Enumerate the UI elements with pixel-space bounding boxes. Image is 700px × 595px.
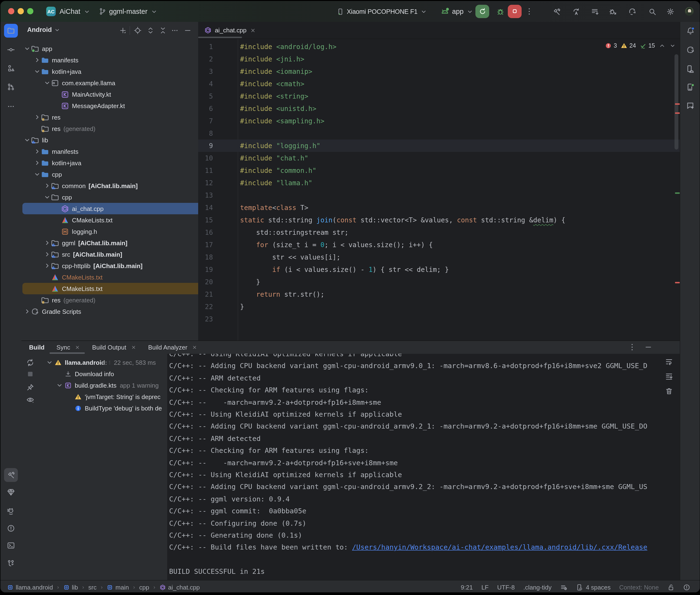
status-icon[interactable] [560,584,567,591]
build-tab-sync[interactable]: Sync [56,344,80,351]
debug-button[interactable] [494,5,506,18]
status-context-none[interactable]: Context: None [619,584,659,591]
close-tab-icon[interactable] [250,27,256,33]
build-hammer-button[interactable] [552,7,561,16]
rerun-button[interactable] [475,4,489,18]
settings-button[interactable] [666,7,675,16]
tree-item-cpp[interactable]: cpp [22,169,199,180]
project-view-selector[interactable]: Android [27,26,60,33]
inspections-widget[interactable]: 32415 [605,42,676,49]
console-link[interactable]: /Users/hanyin/Workspace/ai-chat/examples… [352,544,647,551]
build-tree-item[interactable]: Download info [56,368,167,379]
breadcrumb-ai-chat-cpp[interactable]: ai_chat.cpp [160,584,200,591]
tree-item-src[interactable]: src[AiChat.lib.main] [22,249,199,260]
tool-stripe-project-button[interactable] [4,24,18,38]
tool-stripe-structure-button[interactable] [4,61,18,75]
stop-button[interactable] [508,4,522,18]
add-button[interactable] [119,27,127,35]
tree-item-res[interactable]: res(generated) [22,123,199,134]
tool-stripe-app-insights-button[interactable] [4,485,18,499]
editor-tab-ai_chat[interactable]: ai_chat.cpp [200,22,260,38]
console-soft-wrap-button[interactable] [665,358,673,368]
tree-item-com-example-llama[interactable]: com.example.llama [22,77,199,89]
build-tree-item[interactable]: BuildType 'debug' is both de [66,402,167,414]
build-tab-build-analyzer[interactable]: Build Analyzer [148,344,197,351]
project-selector[interactable]: AiChat [60,1,90,22]
breadcrumb-llama-android[interactable]: llama.android [7,584,53,591]
build-tree-item[interactable]: build.gradle.ktsapp 1 warning [56,379,167,391]
tree-item-gradle-scripts[interactable]: Gradle Scripts [22,306,199,317]
tree-item-logging-h[interactable]: logging.h [22,226,199,237]
editor-scrollbar[interactable] [674,54,678,149]
status-utf-8[interactable]: UTF-8 [497,584,515,591]
inspections-errors[interactable]: 3 [605,42,617,49]
debug-attach-button[interactable] [608,7,617,16]
more-button[interactable] [171,27,179,35]
tree-item-cmakelists-txt[interactable]: CMakeLists.txt [22,214,199,226]
build-eye-button[interactable] [26,396,35,404]
tree-item-manifests[interactable]: manifests [22,54,199,66]
tree-item-mainactivity-kt[interactable]: MainActivity.kt [22,89,199,100]
breadcrumb-main[interactable]: main [107,584,129,591]
tool-stripe-notifications-button[interactable] [683,24,697,38]
build-tab-build-output[interactable]: Build Output [92,344,136,351]
tree-item-cmakelists-txt[interactable]: CMakeLists.txt [22,283,199,294]
locate-button[interactable] [134,27,142,35]
close-tab-icon[interactable] [192,345,197,350]
status-icon[interactable] [683,584,690,591]
tool-stripe-running-devices-button[interactable] [683,80,697,94]
tree-item-ai-chat-cpp[interactable]: ai_chat.cpp [22,203,199,214]
tool-stripe-more-button[interactable] [4,100,18,113]
tree-item-ggml[interactable]: ggml[AiChat.lib.main] [22,237,199,249]
tool-stripe-pull-requests-button[interactable] [4,80,18,94]
tool-stripe-problems-button[interactable] [4,521,18,535]
branch-selector[interactable]: ggml-master [99,1,158,22]
build-tree-item[interactable]: 'jvmTarget: String' is deprec [66,391,167,402]
tool-stripe-gradle-button[interactable] [683,43,697,57]
tool-stripe-version-control-button[interactable] [4,557,18,570]
close-window-button[interactable] [8,8,14,14]
breadcrumb-lib[interactable]: lib [63,584,78,591]
build-tree-item[interactable]: llama.android: finished22 sec, 583 ms [46,357,167,368]
tree-item-messageadapter-kt[interactable]: MessageAdapter.kt [22,100,199,111]
tree-item-kotlin-java[interactable]: kotlin+java [22,66,199,77]
build-more-button[interactable] [627,342,637,352]
tree-item-app[interactable]: app [22,43,199,54]
tree-item-cmakelists-txt[interactable]: CMakeLists.txt [22,272,199,283]
hide-button[interactable] [184,27,192,35]
build-refresh-button[interactable] [26,359,35,367]
tree-item-res[interactable]: res [22,111,199,123]
console-scroll-end-button[interactable] [665,372,673,382]
tree-item-kotlin-java[interactable]: kotlin+java [22,157,199,169]
build-hide-button[interactable] [644,342,653,352]
tree-item-manifests[interactable]: manifests [22,146,199,157]
tool-stripe-terminal-button[interactable] [4,539,18,552]
tree-item-lib[interactable]: lib [22,134,199,146]
build-stop-square-button[interactable] [26,370,35,378]
close-tab-icon[interactable] [131,345,136,350]
inspections-passed[interactable]: 15 [640,42,655,49]
tool-stripe-gemini-button[interactable] [683,98,697,112]
code-editor[interactable]: 1#include <android/log.h>2#include <jni.… [198,39,680,340]
status-4-spaces[interactable]: 4 spaces [576,584,611,591]
breadcrumb-src[interactable]: src [88,584,97,591]
tool-stripe-device-manager-button[interactable] [683,62,697,76]
tree-item-res[interactable]: res(generated) [22,294,199,306]
tool-stripe-build-hammer-button[interactable] [4,468,18,482]
run-config-selector[interactable]: app [441,1,474,22]
build-console[interactable]: C/C++: -- Using KleidiAI optimized kerne… [167,354,680,580]
tool-stripe-commit-button[interactable] [4,43,18,57]
breadcrumb-cpp[interactable]: cpp [139,584,149,591]
tree-item-cpp[interactable]: cpp [22,192,199,203]
console-trash-button[interactable] [665,387,673,397]
minimize-window-button[interactable] [18,8,24,14]
todo-list-button[interactable] [590,7,599,16]
tree-item-cpp-httplib[interactable]: cpp-httplib[AiChat.lib.main] [22,260,199,272]
search-button[interactable] [647,7,657,16]
build-pin-button[interactable] [26,383,35,392]
sync-retry-button[interactable] [571,7,581,16]
inspections-warnings[interactable]: 24 [621,42,636,49]
gradle-sync-button[interactable] [627,7,637,16]
tool-stripe-logcat-button[interactable] [4,504,18,518]
more-run-actions-button[interactable] [525,7,534,16]
